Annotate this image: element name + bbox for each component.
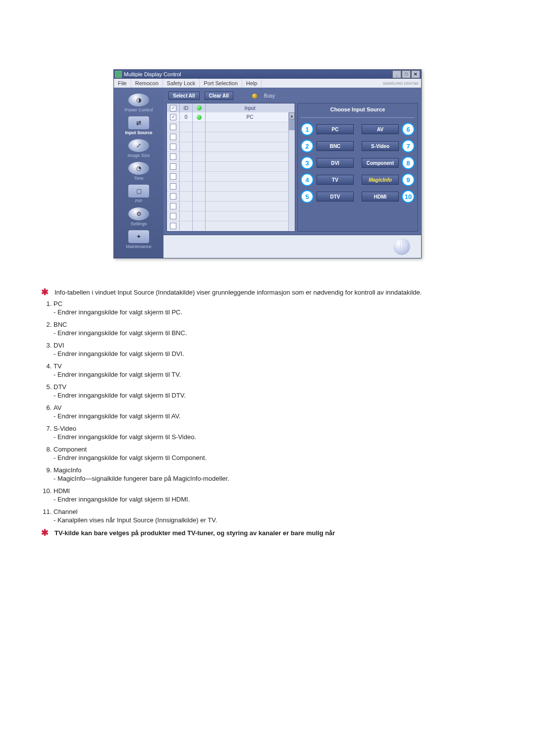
sidebar-item-maintenance[interactable]: ✦ Maintenance — [119, 230, 159, 249]
close-button[interactable]: ✕ — [411, 70, 420, 78]
source-button-av[interactable]: AV — [362, 124, 399, 134]
menu-help[interactable]: Help — [242, 79, 262, 88]
sidebar: ◑ Power Control ⇄ Input Source ⤢ Image S… — [114, 88, 163, 258]
table-row[interactable] — [167, 132, 295, 142]
row-input — [206, 122, 295, 132]
row-status — [193, 132, 206, 142]
menu-port-selection[interactable]: Port Selection — [200, 79, 242, 88]
scroll-thumb[interactable] — [289, 119, 295, 130]
item-sub: - Endrer inngangskilde for valgt skjerm … — [54, 433, 495, 441]
row-checkbox[interactable] — [170, 223, 176, 229]
callout-badge: 10 — [402, 190, 415, 203]
row-checkbox[interactable] — [170, 173, 176, 180]
col-check[interactable] — [167, 103, 180, 112]
scroll-up-icon[interactable]: ▲ — [289, 112, 295, 119]
menu-remocon[interactable]: Remocon — [131, 79, 163, 88]
sidebar-item-pip[interactable]: ▢ PIP — [119, 185, 159, 203]
source-button-pc[interactable]: PC — [317, 124, 354, 134]
clear-all-button[interactable]: Clear All — [205, 92, 233, 100]
row-checkbox[interactable] — [170, 134, 176, 140]
source-button-dtv[interactable]: DTV — [317, 192, 354, 202]
item-heading: DTV — [54, 383, 495, 391]
table-row[interactable] — [167, 182, 295, 192]
source-button-component[interactable]: Component — [362, 158, 399, 168]
row-checkbox[interactable] — [170, 153, 176, 160]
sidebar-item-power-control[interactable]: ◑ Power Control — [119, 94, 159, 112]
minimize-button[interactable]: _ — [392, 70, 401, 78]
item-sub: - Kanalpilen vises når Input Source (Inn… — [54, 516, 495, 524]
item-heading: Component — [54, 446, 495, 453]
table-row[interactable] — [167, 202, 295, 211]
sidebar-label: Power Control — [124, 107, 153, 112]
star-icon: ✱ — [40, 288, 50, 297]
table-row[interactable] — [167, 192, 295, 202]
row-checkbox[interactable] — [170, 213, 176, 219]
info-icon: ! — [393, 238, 410, 255]
row-input — [206, 221, 295, 231]
row-id — [180, 162, 193, 172]
sidebar-item-input-source[interactable]: ⇄ Input Source — [119, 116, 159, 135]
callout-badge: 6 — [402, 123, 415, 136]
row-checkbox[interactable] — [170, 203, 176, 209]
item-sub: - MagicInfo—signalkilde fungerer bare på… — [54, 475, 495, 482]
item-heading: Channel — [54, 508, 495, 515]
row-checkbox[interactable] — [170, 193, 176, 200]
pip-icon: ▢ — [128, 185, 149, 198]
menu-file[interactable]: File — [114, 79, 131, 88]
sidebar-item-time[interactable]: ◔ Time — [119, 162, 159, 181]
row-checkbox[interactable] — [170, 183, 176, 190]
item-sub: - Endrer inngangskilde for valgt skjerm … — [54, 371, 495, 378]
item-sub: - Endrer inngangskilde for valgt skjerm … — [54, 496, 495, 503]
table-row[interactable] — [167, 122, 295, 132]
source-row: HDMI10 — [362, 190, 415, 203]
item-sub: - Endrer inngangskilde for valgt skjerm … — [54, 329, 495, 337]
item-sub: - Endrer inngangskilde for valgt skjerm … — [54, 454, 495, 461]
col-status — [193, 103, 206, 112]
sidebar-label: Time — [134, 176, 144, 181]
row-status — [193, 142, 206, 152]
app-icon — [115, 71, 122, 78]
row-input — [206, 162, 295, 172]
sidebar-label: Input Source — [125, 130, 152, 135]
check-all-icon[interactable] — [170, 105, 176, 111]
row-checkbox[interactable] — [170, 114, 176, 120]
row-input — [206, 192, 295, 202]
source-row: 2BNC — [301, 140, 354, 152]
select-all-button[interactable]: Select All — [168, 92, 200, 100]
source-button-tv[interactable]: TV — [317, 175, 354, 185]
item-sub: - Endrer inngangskilde for valgt skjerm … — [54, 412, 495, 420]
row-checkbox[interactable] — [170, 124, 176, 130]
table-row[interactable] — [167, 172, 295, 182]
row-id — [180, 221, 193, 231]
row-checkbox[interactable] — [170, 144, 176, 150]
brand-label: SAMSUNG DIGITall — [380, 81, 421, 86]
source-button-bnc[interactable]: BNC — [317, 141, 354, 151]
table-row[interactable] — [167, 211, 295, 221]
row-input: PC — [206, 112, 295, 122]
row-status — [193, 221, 206, 231]
table-row[interactable] — [167, 142, 295, 152]
table-row[interactable] — [167, 152, 295, 162]
callout-badge: 2 — [301, 140, 314, 152]
sidebar-item-image-size[interactable]: ⤢ Image Size — [119, 139, 159, 158]
source-button-s-video[interactable]: S-Video — [362, 141, 399, 151]
table-row[interactable]: 0PC — [167, 112, 295, 122]
source-button-dvi[interactable]: DVI — [317, 158, 354, 168]
grid-body: 0PC ▲ — [167, 112, 295, 231]
source-button-magicinfo[interactable]: MagicInfo — [362, 175, 399, 185]
row-status — [193, 152, 206, 162]
menu-safety-lock[interactable]: Safety Lock — [163, 79, 200, 88]
maximize-button[interactable]: □ — [402, 70, 411, 78]
list-item: Component- Endrer inngangskilde for valg… — [54, 446, 495, 461]
source-row: MagicInfo9 — [362, 173, 415, 186]
callout-badge: 4 — [301, 173, 314, 186]
row-checkbox[interactable] — [170, 163, 176, 170]
source-row: 5DTV — [301, 190, 354, 203]
table-row[interactable] — [167, 162, 295, 172]
grid-header: ID Input — [167, 103, 295, 112]
source-button-hdmi[interactable]: HDMI — [362, 192, 399, 202]
scrollbar[interactable]: ▲ — [288, 112, 295, 231]
note-top-text: Info-tabellen i vinduet Input Source (In… — [54, 288, 495, 297]
sidebar-item-settings[interactable]: ⚙ Settings — [119, 207, 159, 226]
table-row[interactable] — [167, 221, 295, 231]
